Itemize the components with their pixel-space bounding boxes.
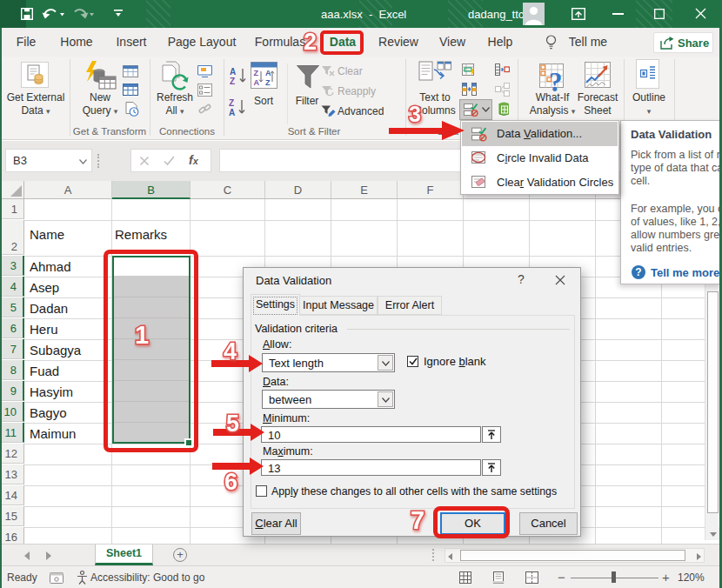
svg-text:A: A — [230, 67, 236, 77]
svg-text:Z: Z — [229, 98, 234, 108]
svg-text:1: 1 — [135, 323, 149, 349]
svg-text:Z: Z — [230, 77, 235, 86]
svg-text:2: 2 — [304, 30, 317, 55]
svg-text:7: 7 — [411, 508, 425, 534]
svg-text:3: 3 — [409, 102, 421, 126]
svg-text:A: A — [254, 78, 260, 87]
svg-text:Z: Z — [265, 78, 271, 87]
svg-text:Z: Z — [254, 69, 259, 77]
svg-text:6: 6 — [224, 470, 237, 495]
svg-text:A: A — [229, 108, 235, 117]
svg-text:4: 4 — [224, 339, 237, 364]
svg-text:5: 5 — [226, 411, 239, 437]
